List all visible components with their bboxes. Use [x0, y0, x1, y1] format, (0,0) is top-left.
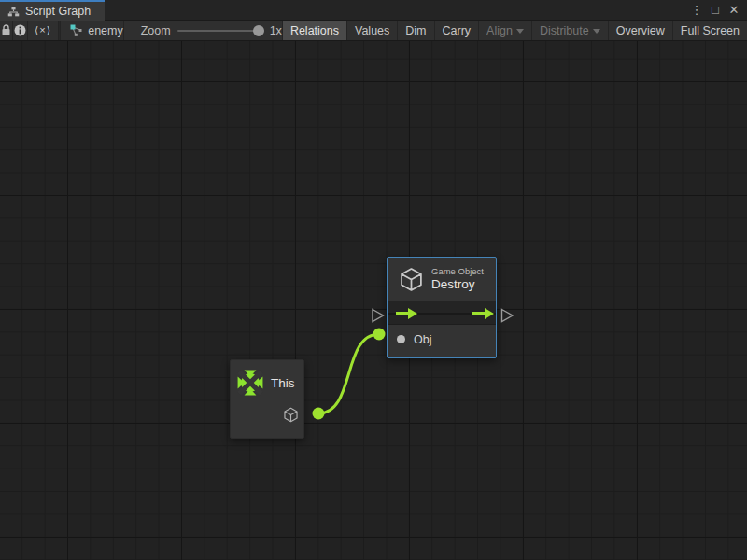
wire-layer	[0, 41, 747, 560]
relations-label: Relations	[290, 24, 339, 37]
node-destroy-header: Game Object Destroy	[388, 258, 496, 301]
cube-icon	[399, 267, 424, 292]
align-label: Align	[486, 24, 513, 37]
this-output-port[interactable]	[313, 408, 325, 420]
values-label: Values	[355, 24, 389, 37]
cube-icon	[283, 407, 299, 423]
flow-in-arrow-icon[interactable]	[396, 308, 417, 319]
node-destroy-title: Destroy	[431, 277, 484, 293]
overview-button[interactable]: Overview	[608, 21, 672, 40]
node-destroy-obj-row: Obj	[388, 325, 496, 346]
align-dropdown[interactable]: Align	[478, 21, 531, 40]
obj-input-port[interactable]	[397, 335, 405, 343]
code-toggle-icon: ⟨×⟩	[35, 24, 51, 36]
maximize-icon[interactable]: □	[708, 1, 723, 20]
zoom-value: 1x	[270, 24, 282, 37]
relations-button[interactable]: Relations	[282, 21, 346, 40]
tab-script-graph[interactable]: Script Graph	[0, 0, 105, 21]
lock-icon	[1, 24, 11, 36]
graph-canvas[interactable]: This Game Object Destroy	[0, 41, 747, 560]
info-icon	[14, 24, 26, 36]
window-controls: ⋮ □ ✕	[689, 0, 747, 20]
close-icon[interactable]: ✕	[726, 1, 741, 20]
full-screen-button[interactable]: Full Screen	[672, 21, 747, 40]
dim-button[interactable]: Dim	[397, 21, 433, 40]
carry-button[interactable]: Carry	[434, 21, 479, 40]
full-screen-label: Full Screen	[681, 24, 740, 37]
graph-asset-icon	[70, 24, 82, 36]
graph-name-button[interactable]: enemy	[61, 21, 124, 40]
self-icon	[237, 370, 263, 396]
code-toggle-button[interactable]: ⟨×⟩	[28, 21, 59, 40]
node-destroy-subtitle: Game Object	[431, 266, 484, 277]
graph-icon	[7, 6, 20, 18]
connection-wire[interactable]	[318, 334, 379, 413]
zoom-slider[interactable]	[177, 30, 263, 32]
zoom-label: Zoom	[141, 24, 171, 37]
graph-toolbar: ⟨×⟩ enemy Zoom 1x Relations Values Dim C…	[0, 21, 747, 41]
chevron-down-icon	[593, 29, 600, 34]
node-destroy[interactable]: Game Object Destroy Obj	[387, 257, 497, 358]
obj-port-label: Obj	[414, 333, 431, 346]
chevron-down-icon	[516, 29, 524, 34]
node-destroy-flow-row	[388, 301, 496, 325]
flow-out-arrow-icon[interactable]	[472, 308, 494, 319]
graph-name-label: enemy	[88, 24, 123, 37]
dim-label: Dim	[405, 24, 426, 37]
distribute-label: Distribute	[540, 24, 589, 37]
zoom-control: Zoom 1x	[124, 21, 282, 40]
zoom-slider-handle[interactable]	[253, 25, 264, 36]
menu-icon[interactable]: ⋮	[689, 1, 704, 20]
info-button[interactable]	[13, 21, 28, 40]
control-output-port[interactable]	[502, 310, 514, 322]
node-this-title: This	[271, 376, 295, 390]
distribute-dropdown[interactable]: Distribute	[531, 21, 608, 40]
carry-label: Carry	[443, 24, 472, 37]
values-button[interactable]: Values	[346, 21, 397, 40]
overview-label: Overview	[616, 24, 665, 37]
node-this[interactable]: This	[230, 359, 304, 439]
wire-end-port[interactable]	[374, 329, 386, 341]
title-bar: Script Graph ⋮ □ ✕	[0, 0, 747, 21]
control-input-port[interactable]	[373, 310, 384, 322]
lock-button[interactable]	[0, 21, 13, 40]
tab-title: Script Graph	[25, 5, 91, 18]
node-destroy-titles: Game Object Destroy	[431, 266, 484, 293]
node-this-header: This	[231, 360, 303, 396]
